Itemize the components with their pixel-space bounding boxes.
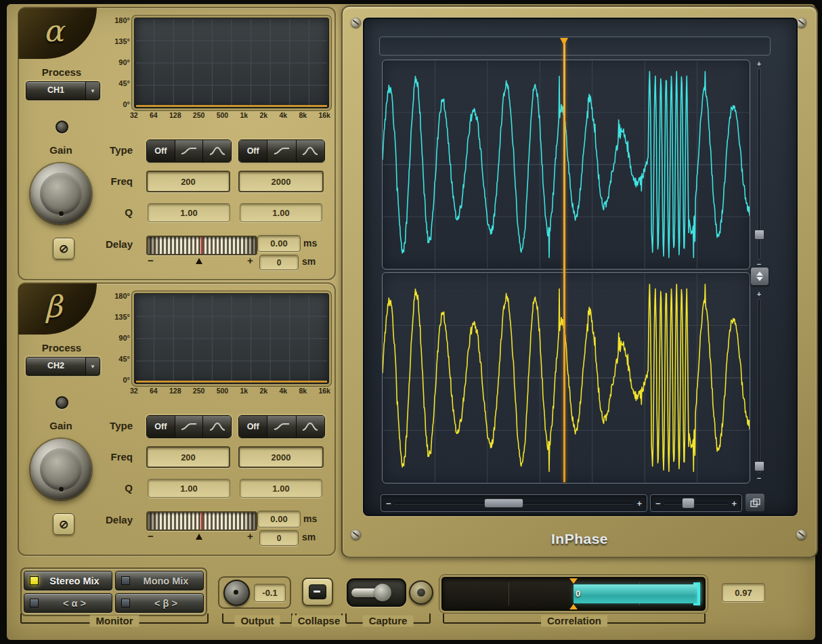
filter1-type-shelf-button[interactable]	[175, 416, 203, 437]
timeline-ruler[interactable]	[379, 37, 771, 56]
correlation-end-marker	[697, 583, 700, 605]
filter2-type-selector: Off	[238, 415, 325, 438]
gain-knob-pointer	[59, 211, 64, 216]
correlation-value[interactable]: 0.97	[722, 583, 765, 602]
scrollbar-thumb[interactable]	[754, 230, 764, 240]
filter2-freq-value[interactable]: 2000	[238, 171, 324, 192]
process-channel-select[interactable]: CH1 ▼	[26, 81, 100, 100]
filter1-q-value[interactable]: 1.00	[148, 203, 230, 222]
tick-label: 1k	[240, 387, 248, 395]
filter2-type-bell-button[interactable]	[296, 416, 324, 437]
output-section-label: Output	[234, 615, 280, 626]
tick-label: 135°	[114, 37, 130, 45]
bell-curve-icon	[301, 421, 319, 432]
delay-slider[interactable]	[146, 511, 257, 531]
capture-switch-hub	[374, 584, 391, 601]
filter1-type-off-button[interactable]: Off	[147, 416, 175, 437]
filter1-freq-value[interactable]: 200	[146, 171, 230, 192]
filter1-type-shelf-button[interactable]	[175, 140, 203, 162]
beta-symbol: β	[45, 289, 62, 324]
stereo-mix-label: Stereo Mix	[43, 576, 106, 586]
filter2-type-off-button[interactable]: Off	[239, 416, 267, 437]
gain-knob[interactable]	[30, 163, 91, 224]
filter2-q-value[interactable]: 1.00	[240, 479, 322, 498]
output-value[interactable]: -0.1	[254, 584, 286, 602]
tick-label: 45°	[118, 79, 130, 87]
shelf-curve-icon	[273, 146, 290, 156]
scrollbar-thumb[interactable]	[484, 498, 523, 508]
filter2-type-shelf-button[interactable]	[267, 140, 295, 162]
filter1-type-bell-button[interactable]	[202, 140, 231, 162]
vertical-link-zoom-button[interactable]	[750, 267, 769, 286]
vertical-zoom-scrollbar-bottom[interactable]: + −	[753, 290, 765, 482]
monitor-alpha-led-icon	[30, 599, 39, 607]
zoom-out-label[interactable]: −	[655, 498, 661, 509]
samples-unit-label: sm	[302, 256, 316, 267]
phase-graph-x-labels: 32641282505001k2k4k8k16k	[130, 387, 330, 395]
output-knob[interactable]	[223, 580, 250, 606]
scrollbar-thumb[interactable]	[754, 461, 764, 471]
phase-graph-canvas	[135, 294, 328, 383]
mono-mix-button[interactable]: Mono Mix	[115, 571, 204, 591]
delay-samples-value[interactable]: 0	[259, 255, 299, 270]
filter1-type-bell-button[interactable]	[202, 416, 231, 437]
type-label: Type	[88, 420, 133, 431]
gain-knob[interactable]	[30, 439, 91, 500]
delay-samples-value[interactable]: 0	[259, 530, 299, 546]
process-channel-select[interactable]: CH2 ▼	[26, 357, 100, 376]
phase-invert-button[interactable]: ⊘	[53, 513, 74, 535]
delay-ms-value[interactable]: 0.00	[257, 511, 301, 528]
filter2-q-value[interactable]: 1.00	[240, 203, 322, 222]
delay-pointer-icon	[196, 258, 202, 264]
horizontal-zoom-slider[interactable]: − +	[650, 494, 742, 512]
correlation-zero-marker-bottom[interactable]	[569, 604, 578, 609]
waveform-display-panel: + − + − − + −	[341, 5, 818, 558]
horizontal-scrollbar[interactable]: − +	[381, 494, 647, 512]
phase-graph-y-labels: 180°135°90°45°0°	[98, 16, 130, 108]
delay-plus-label: +	[247, 255, 253, 266]
monitor-beta-button[interactable]: < β >	[115, 593, 204, 613]
filter2-type-off-button[interactable]: Off	[239, 140, 267, 162]
vertical-zoom-scrollbar-top[interactable]: + −	[753, 60, 765, 268]
window-layout-button[interactable]	[745, 493, 765, 512]
collapse-section-label: Collapse	[292, 615, 347, 626]
capture-switch[interactable]	[347, 578, 406, 607]
filter2-type-shelf-button[interactable]	[267, 416, 295, 437]
filter1-type-selector: Off	[146, 139, 232, 163]
playhead-flag[interactable]	[560, 38, 568, 45]
waveform-panel-bottom[interactable]	[382, 272, 750, 484]
zoom-out-label[interactable]: −	[753, 474, 765, 482]
correlation-meter: 0	[441, 577, 706, 611]
freq-label: Freq	[88, 175, 133, 187]
filter1-type-off-button[interactable]: Off	[147, 140, 175, 162]
filter1-q-value[interactable]: 1.00	[148, 479, 230, 498]
zoom-in-label[interactable]: +	[753, 290, 765, 298]
delay-ms-value[interactable]: 0.00	[257, 235, 301, 252]
tick-label: 16k	[318, 111, 330, 119]
correlation-zero-marker-top[interactable]	[569, 578, 578, 584]
waveform-panel-top[interactable]	[382, 60, 750, 270]
filter1-freq-value[interactable]: 200	[146, 446, 230, 468]
monitor-alpha-button[interactable]: < α >	[24, 593, 112, 613]
screw-icon	[796, 18, 806, 28]
phase-invert-button[interactable]: ⊘	[53, 238, 74, 259]
gain-led-icon	[56, 396, 68, 409]
zoom-in-label[interactable]: +	[753, 60, 765, 68]
delay-slider[interactable]	[146, 236, 257, 255]
gain-label: Gain	[27, 420, 95, 431]
stereo-mix-button[interactable]: Stereo Mix	[24, 571, 112, 591]
scroll-right-label[interactable]: +	[636, 498, 642, 509]
zoom-in-label[interactable]: +	[731, 498, 737, 509]
correlation-section-label: Correlation	[541, 615, 607, 626]
filter2-type-bell-button[interactable]	[296, 140, 324, 162]
slider-thumb[interactable]	[682, 498, 695, 509]
capture-button[interactable]	[409, 580, 433, 605]
monitor-bracket: Monitor	[20, 614, 209, 624]
filter2-freq-value[interactable]: 2000	[238, 446, 324, 468]
collapse-button[interactable]	[302, 578, 333, 606]
scroll-left-label[interactable]: −	[386, 498, 391, 509]
arrow-up-icon	[756, 272, 763, 276]
delay-slider-center-mark	[201, 237, 202, 254]
plugin-window: α Process CH1 ▼ 180°135°90°45°0° 3264128…	[0, 0, 822, 644]
tick-label: 180°	[114, 16, 130, 24]
